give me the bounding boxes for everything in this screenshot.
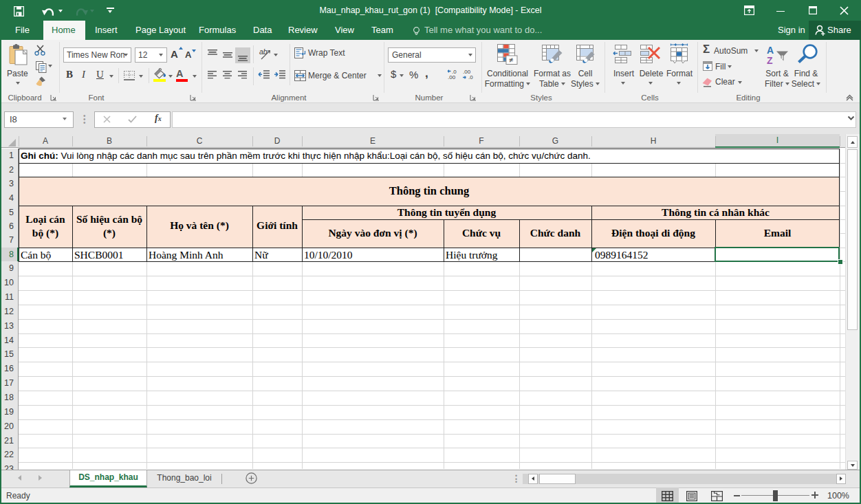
svg-text:A: A <box>767 45 774 56</box>
svg-text:Z: Z <box>767 55 773 66</box>
svg-text:≠: ≠ <box>509 56 513 64</box>
svg-text:.0: .0 <box>468 74 473 80</box>
svg-text:.00: .00 <box>448 74 456 80</box>
